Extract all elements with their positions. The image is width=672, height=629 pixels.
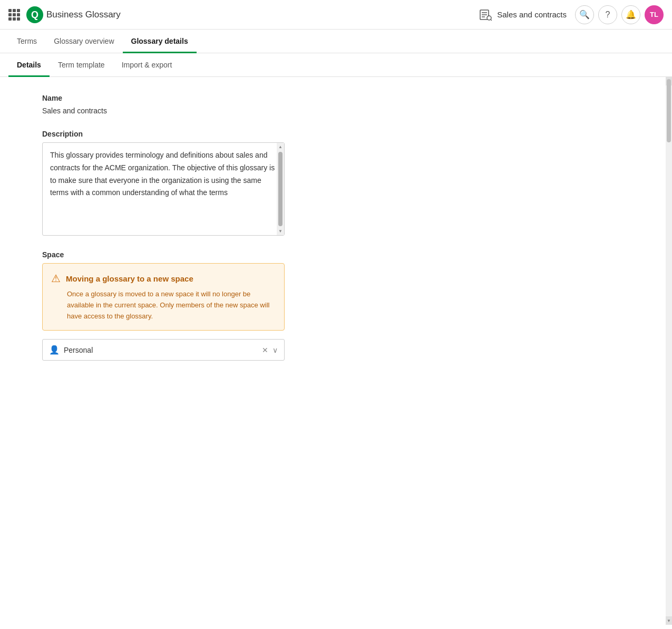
space-label: Space xyxy=(42,250,624,259)
space-name: Personal xyxy=(64,346,258,354)
search-button[interactable]: 🔍 xyxy=(575,5,594,24)
tab-terms[interactable]: Terms xyxy=(8,30,45,53)
topbar-left: Q Business Glossary xyxy=(8,6,470,23)
space-actions: ✕ ∨ xyxy=(262,346,278,354)
scroll-up-arrow[interactable]: ▲ xyxy=(278,143,283,151)
warning-box: ⚠ Moving a glossary to a new space Once … xyxy=(42,263,285,331)
chevron-down-icon[interactable]: ∨ xyxy=(272,346,278,354)
scroll-thumb[interactable] xyxy=(278,152,283,226)
main-wrapper: Name Sales and contracts Description Thi… xyxy=(0,77,672,625)
warning-title: Moving a glossary to a new space xyxy=(66,274,193,283)
topbar-center: Sales and contracts xyxy=(478,7,567,22)
tab-details[interactable]: Details xyxy=(8,53,50,77)
topbar-right: 🔍 ? 🔔 TL xyxy=(575,5,664,24)
description-section: Description This glossary provides termi… xyxy=(42,130,624,236)
description-label: Description xyxy=(42,130,624,138)
description-box: This glossary provides terminology and d… xyxy=(42,142,285,236)
topbar: Q Business Glossary Sales and contracts … xyxy=(0,0,672,30)
description-scroll-area: This glossary provides terminology and d… xyxy=(43,143,284,235)
clear-icon[interactable]: ✕ xyxy=(262,346,268,354)
svg-point-4 xyxy=(487,16,491,20)
app-name: Business Glossary xyxy=(46,9,121,20)
glossary-name: Sales and contracts xyxy=(497,10,567,19)
tab-import-export[interactable]: Import & export xyxy=(113,53,181,77)
description-text: This glossary provides terminology and d… xyxy=(50,149,277,199)
logo-q-letter: Q xyxy=(31,10,38,20)
description-scrollbar[interactable]: ▲ ▼ xyxy=(277,143,284,235)
svg-line-5 xyxy=(491,20,492,21)
scroll-thumb[interactable] xyxy=(667,79,671,142)
name-label: Name xyxy=(42,94,624,102)
space-section: Space ⚠ Moving a glossary to a new space… xyxy=(42,250,624,361)
nav2: Details Term template Import & export xyxy=(0,53,672,77)
name-section: Name Sales and contracts xyxy=(42,94,624,115)
tab-term-template[interactable]: Term template xyxy=(50,53,113,77)
warning-header: ⚠ Moving a glossary to a new space xyxy=(51,272,276,285)
person-icon: 👤 xyxy=(49,345,60,355)
notifications-button[interactable]: 🔔 xyxy=(621,5,640,24)
logo-circle: Q xyxy=(26,6,43,23)
nav1: Terms Glossary overview Glossary details xyxy=(0,30,672,53)
warning-triangle-icon: ⚠ xyxy=(51,272,61,285)
glossary-icon xyxy=(478,7,493,22)
scroll-down-arrow[interactable]: ▼ xyxy=(278,227,283,235)
help-button[interactable]: ? xyxy=(598,5,617,24)
apps-grid-icon[interactable] xyxy=(8,9,20,21)
avatar[interactable]: TL xyxy=(645,5,664,24)
tab-glossary-overview[interactable]: Glossary overview xyxy=(45,30,122,53)
space-dropdown[interactable]: 👤 Personal ✕ ∨ xyxy=(42,339,285,361)
scroll-down-button[interactable]: ▼ xyxy=(666,616,672,625)
main-content: Name Sales and contracts Description Thi… xyxy=(0,77,666,625)
logo[interactable]: Q Business Glossary xyxy=(26,6,121,23)
name-value: Sales and contracts xyxy=(42,107,624,115)
tab-glossary-details[interactable]: Glossary details xyxy=(123,30,197,53)
main-scrollbar[interactable]: ▲ ▼ xyxy=(666,77,672,625)
warning-body: Once a glossary is moved to a new space … xyxy=(67,289,276,322)
